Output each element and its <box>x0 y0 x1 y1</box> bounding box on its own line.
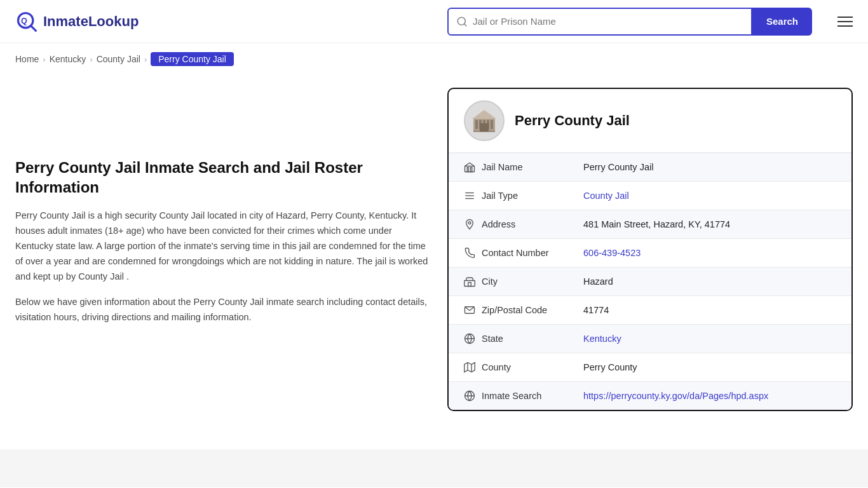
page-heading: Perry County Jail Inmate Search and Jail… <box>15 158 428 197</box>
search-input-wrap <box>447 8 752 36</box>
svg-line-1 <box>31 25 36 30</box>
search-input[interactable] <box>473 16 743 27</box>
row-link[interactable]: https://perrycounty.ky.gov/da/Pages/hpd.… <box>583 391 768 401</box>
svg-rect-14 <box>465 166 475 172</box>
svg-rect-22 <box>468 283 471 287</box>
info-table: Jail NamePerry County JailJail TypeCount… <box>449 153 851 410</box>
table-row: Zip/Postal Code41774 <box>449 296 851 325</box>
svg-rect-16 <box>471 168 472 172</box>
breadcrumb-sep-2: › <box>90 55 92 64</box>
svg-rect-10 <box>491 120 493 129</box>
row-link[interactable]: County Jail <box>583 191 629 201</box>
info-card-title: Perry County Jail <box>515 112 630 129</box>
svg-rect-13 <box>480 123 489 132</box>
svg-line-4 <box>464 24 466 25</box>
row-label: Jail Name <box>482 162 583 172</box>
row-value[interactable]: https://perrycounty.ky.gov/da/Pages/hpd.… <box>583 391 768 401</box>
row-value: Perry County Jail <box>583 162 653 172</box>
courthouse-icon <box>471 107 498 134</box>
row-value[interactable]: County Jail <box>583 191 629 201</box>
table-row: Jail NamePerry County Jail <box>449 153 851 182</box>
row-label: County <box>482 362 583 372</box>
main-content: Perry County Jail Inmate Search and Jail… <box>0 75 868 424</box>
row-icon <box>464 219 482 230</box>
description-para-2: Below we have given information about th… <box>15 295 428 325</box>
svg-text:Q: Q <box>21 16 27 25</box>
row-label: Inmate Search <box>482 391 583 401</box>
row-icon <box>464 362 482 373</box>
search-icon <box>456 16 468 27</box>
breadcrumb-county-jail[interactable]: County Jail <box>97 54 140 64</box>
table-row: Address481 Main Street, Hazard, KY, 4177… <box>449 210 851 239</box>
left-panel: Perry County Jail Inmate Search and Jail… <box>15 88 428 411</box>
breadcrumb-sep-3: › <box>144 55 147 64</box>
row-icon <box>464 390 482 402</box>
logo-icon: Q <box>15 10 38 33</box>
svg-rect-21 <box>465 281 475 287</box>
row-link[interactable]: Kentucky <box>583 334 621 344</box>
table-row: CityHazard <box>449 268 851 296</box>
row-link[interactable]: 606-439-4523 <box>583 248 641 258</box>
row-value: Perry County <box>583 362 637 372</box>
table-row: Inmate Searchhttps://perrycounty.ky.gov/… <box>449 382 851 410</box>
row-icon <box>464 276 482 287</box>
row-icon <box>464 247 482 259</box>
row-icon <box>464 304 482 316</box>
breadcrumb: Home › Kentucky › County Jail › Perry Co… <box>0 43 868 75</box>
row-label: Address <box>482 219 583 229</box>
jail-avatar <box>464 100 505 141</box>
breadcrumb-sep-1: › <box>43 55 45 64</box>
row-icon <box>464 190 482 201</box>
row-label: Contact Number <box>482 248 583 258</box>
info-card-header: Perry County Jail <box>449 89 851 153</box>
search-button[interactable]: Search <box>752 8 812 36</box>
table-row: CountyPerry County <box>449 353 851 382</box>
hamburger-menu[interactable] <box>837 17 853 27</box>
hamburger-line-2 <box>837 21 853 22</box>
row-label: Zip/Postal Code <box>482 305 583 315</box>
header: Q InmateLookup Search <box>0 0 868 43</box>
breadcrumb-home[interactable]: Home <box>15 54 39 64</box>
svg-rect-6 <box>475 120 478 129</box>
search-bar: Search <box>447 8 812 36</box>
svg-marker-11 <box>472 110 496 119</box>
row-value[interactable]: 606-439-4523 <box>583 248 641 258</box>
row-value[interactable]: Kentucky <box>583 334 621 344</box>
hamburger-line-1 <box>837 17 853 18</box>
row-icon <box>464 161 482 173</box>
table-row: StateKentucky <box>449 325 851 353</box>
svg-marker-26 <box>465 363 475 372</box>
row-icon <box>464 333 482 344</box>
hamburger-line-3 <box>837 25 853 27</box>
svg-point-20 <box>468 222 471 224</box>
row-label: State <box>482 334 583 344</box>
breadcrumb-kentucky[interactable]: Kentucky <box>50 54 86 64</box>
breadcrumb-current: Perry County Jail <box>151 52 234 66</box>
footer-bar <box>0 449 868 487</box>
row-value: Hazard <box>583 276 613 287</box>
table-row: Jail TypeCounty Jail <box>449 182 851 210</box>
row-value: 41774 <box>583 305 609 315</box>
row-label: Jail Type <box>482 191 583 201</box>
logo-area: Q InmateLookup <box>15 10 139 33</box>
description-para-1: Perry County Jail is a high security Cou… <box>15 208 428 285</box>
table-row: Contact Number606-439-4523 <box>449 239 851 268</box>
logo-text: InmateLookup <box>43 13 139 30</box>
info-card: Perry County Jail Jail NamePerry County … <box>447 88 853 411</box>
svg-rect-15 <box>467 168 468 172</box>
row-value: 481 Main Street, Hazard, KY, 41774 <box>583 219 730 229</box>
row-label: City <box>482 276 583 287</box>
